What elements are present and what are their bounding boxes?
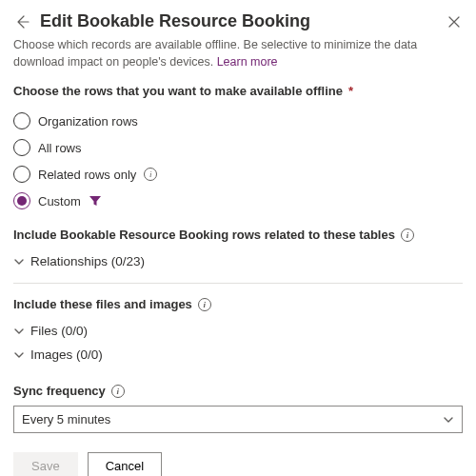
radio-icon — [13, 192, 30, 209]
files-label: Files (0/0) — [30, 324, 88, 338]
required-asterisk: * — [348, 84, 353, 98]
arrow-left-icon — [14, 14, 30, 30]
images-expander[interactable]: Images (0/0) — [13, 343, 463, 367]
files-expander[interactable]: Files (0/0) — [13, 319, 463, 343]
images-label: Images (0/0) — [30, 347, 103, 362]
close-icon — [447, 15, 461, 29]
radio-label: Related rows only — [38, 168, 136, 182]
rows-section-label: Choose the rows that you want to make av… — [13, 84, 463, 98]
back-button[interactable] — [13, 13, 30, 30]
files-section-text: Include these files and images — [13, 297, 192, 311]
info-icon[interactable]: i — [111, 385, 125, 398]
sync-frequency-label: Sync frequency i — [13, 384, 463, 398]
sync-frequency-select[interactable]: Every 5 minutes — [13, 406, 463, 433]
relationships-label: Relationships (0/23) — [30, 254, 145, 268]
include-related-label: Include Bookable Resource Booking rows r… — [13, 228, 463, 242]
cancel-button[interactable]: Cancel — [88, 452, 162, 476]
learn-more-link[interactable]: Learn more — [217, 55, 278, 69]
footer: Save Cancel — [13, 452, 463, 476]
chevron-down-icon — [443, 414, 454, 426]
radio-custom[interactable]: Custom — [13, 188, 463, 214]
chevron-down-icon — [13, 256, 25, 268]
radio-label: Custom — [38, 194, 81, 208]
radio-icon — [13, 139, 30, 156]
dialog-title: Edit Bookable Resource Booking — [40, 11, 310, 31]
include-related-text: Include Bookable Resource Booking rows r… — [13, 228, 395, 242]
radio-label: Organization rows — [38, 114, 138, 129]
files-section-label: Include these files and images i — [13, 297, 463, 311]
divider — [13, 283, 463, 284]
chevron-down-icon — [13, 349, 25, 361]
close-button[interactable] — [446, 13, 463, 30]
intro-body: Choose which records are available offli… — [13, 38, 417, 69]
radio-icon — [13, 166, 30, 183]
radio-all-rows[interactable]: All rows — [13, 134, 463, 161]
info-icon[interactable]: i — [198, 298, 211, 311]
info-icon[interactable]: i — [144, 168, 157, 181]
sync-frequency-text: Sync frequency — [13, 384, 106, 398]
intro-text: Choose which records are available offli… — [13, 37, 463, 70]
rows-section-text: Choose the rows that you want to make av… — [13, 84, 343, 98]
radio-related-rows-only[interactable]: Related rows only i — [13, 161, 463, 188]
relationships-expander[interactable]: Relationships (0/23) — [13, 249, 463, 273]
info-icon[interactable]: i — [401, 228, 414, 242]
radio-label: All rows — [38, 141, 82, 155]
radio-icon — [13, 112, 30, 129]
filter-icon[interactable] — [89, 194, 102, 208]
save-button: Save — [13, 452, 78, 476]
sync-frequency-value: Every 5 minutes — [22, 412, 110, 426]
rows-radio-group: Organization rows All rows Related rows … — [13, 108, 463, 214]
chevron-down-icon — [13, 326, 25, 337]
radio-organization-rows[interactable]: Organization rows — [13, 108, 463, 134]
